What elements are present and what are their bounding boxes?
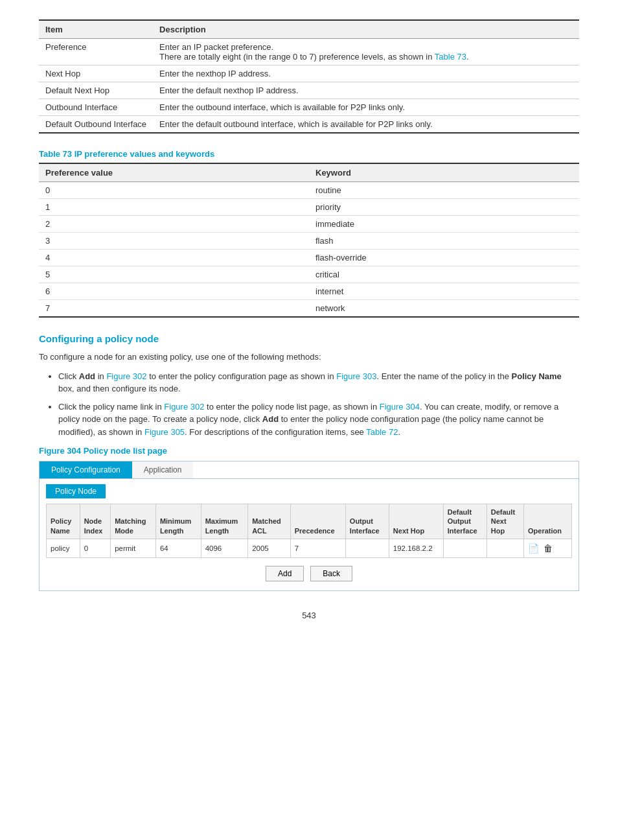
item-default-nexthop: Default Next Hop	[39, 82, 153, 99]
pref-keyword-6: internet	[309, 283, 579, 300]
table-row: 1 priority	[39, 199, 579, 216]
desc-default-nexthop: Enter the default nexthop IP address.	[153, 82, 579, 99]
edit-icon[interactable]: 📄	[528, 542, 540, 554]
table-row: 7 network	[39, 300, 579, 318]
pref-keyword-0: routine	[309, 182, 579, 199]
ui-mockup: Policy Configuration Application Policy …	[39, 461, 579, 591]
pref-keyword-7: network	[309, 300, 579, 318]
cell-max-length: 4096	[201, 539, 248, 557]
figure302-link-2[interactable]: Figure 302	[164, 402, 204, 412]
pref-value-4: 4	[39, 250, 309, 266]
list-item: Click Add in Figure 302 to enter the pol…	[58, 370, 579, 395]
list-item: Click the policy name link in Figure 302…	[58, 401, 579, 439]
pref-value-0: 0	[39, 182, 309, 199]
col-policy-name: PolicyName	[47, 504, 80, 539]
cell-min-length: 64	[155, 539, 201, 557]
page-number: 543	[39, 611, 579, 620]
operation-icons: 📄 🗑	[528, 542, 567, 554]
policy-table: PolicyName NodeIndex MatchingMode Minimu…	[46, 504, 572, 558]
pref-keyword-4: flash-override	[309, 250, 579, 266]
desc-col2-header: Description	[153, 20, 579, 39]
policy-table-container: PolicyName NodeIndex MatchingMode Minimu…	[40, 504, 578, 590]
sub-tab-policy-node[interactable]: Policy Node	[46, 484, 106, 498]
bullet-list: Click Add in Figure 302 to enter the pol…	[58, 370, 579, 439]
desc-default-outbound-interface: Enter the default outbound interface, wh…	[153, 116, 579, 134]
col-matching-mode: MatchingMode	[111, 504, 156, 539]
description-table: Item Description Preference Enter an IP …	[39, 19, 579, 134]
table73-heading: Table 73 IP preference values and keywor…	[39, 149, 579, 159]
cell-node-index: 0	[80, 539, 110, 557]
table73-link[interactable]: Table 73	[435, 52, 466, 62]
cell-matching-mode: permit	[111, 539, 156, 557]
table-row: 2 immediate	[39, 216, 579, 233]
col-node-index: NodeIndex	[80, 504, 110, 539]
cell-output-interface	[345, 539, 389, 557]
pref-keyword-1: priority	[309, 199, 579, 216]
tab-policy-configuration[interactable]: Policy Configuration	[40, 461, 132, 478]
item-outbound-interface: Outbound Interface	[39, 99, 153, 116]
item-default-outbound-interface: Default Outbound Interface	[39, 116, 153, 134]
desc-outbound-interface: Enter the outbound interface, which is a…	[153, 99, 579, 116]
tab-application[interactable]: Application	[132, 461, 194, 478]
col-next-hop: Next Hop	[389, 504, 443, 539]
pref-keyword-3: flash	[309, 233, 579, 250]
add-button[interactable]: Add	[266, 566, 304, 581]
col-precedence: Precedence	[290, 504, 345, 539]
pref-value-3: 3	[39, 233, 309, 250]
col-default-output-interface: DefaultOutputInterface	[443, 504, 486, 539]
table-row: 6 internet	[39, 283, 579, 300]
policy-table-header-row: PolicyName NodeIndex MatchingMode Minimu…	[47, 504, 572, 539]
button-row: Add Back	[46, 566, 572, 581]
sub-tab-bar: Policy Node	[40, 479, 578, 498]
table-row: 3 flash	[39, 233, 579, 250]
pref-value-2: 2	[39, 216, 309, 233]
cell-default-output-interface	[443, 539, 486, 557]
table-row: Preference Enter an IP packet preference…	[39, 39, 579, 65]
tab-bar: Policy Configuration Application	[40, 461, 578, 479]
pref-keyword-2: immediate	[309, 216, 579, 233]
item-nexthop: Next Hop	[39, 65, 153, 82]
desc-nexthop: Enter the nexthop IP address.	[153, 65, 579, 82]
cell-policy-name: policy	[47, 539, 80, 557]
figure304-link[interactable]: Figure 304	[380, 402, 420, 412]
col-default-next-hop: DefaultNextHop	[486, 504, 523, 539]
pref-col1-header: Preference value	[39, 163, 309, 182]
table-row: Outbound Interface Enter the outbound in…	[39, 99, 579, 116]
pref-value-7: 7	[39, 300, 309, 318]
pref-value-5: 5	[39, 266, 309, 283]
cell-operation: 📄 🗑	[523, 539, 571, 557]
pref-keyword-5: critical	[309, 266, 579, 283]
col-matched-acl: MatchedACL	[248, 504, 291, 539]
figure303-link[interactable]: Figure 303	[336, 371, 376, 381]
table-row: 4 flash-override	[39, 250, 579, 266]
section-heading: Configuring a policy node	[39, 333, 579, 344]
preference-table: Preference value Keyword 0 routine 1 pri…	[39, 163, 579, 318]
col-output-interface: OutputInterface	[345, 504, 389, 539]
desc-preference: Enter an IP packet preference. There are…	[153, 39, 579, 65]
cell-next-hop: 192.168.2.2	[389, 539, 443, 557]
table72-link[interactable]: Table 72	[366, 427, 398, 437]
figure302-link-1[interactable]: Figure 302	[106, 371, 146, 381]
pref-value-1: 1	[39, 199, 309, 216]
section-intro: To configure a node for an existing poli…	[39, 351, 579, 364]
policy-table-row: policy 0 permit 64 4096 2005 7 192.168.2…	[47, 539, 572, 557]
back-button[interactable]: Back	[310, 566, 352, 581]
col-min-length: MinimumLength	[155, 504, 201, 539]
table-row: Default Outbound Interface Enter the def…	[39, 116, 579, 134]
item-preference: Preference	[39, 39, 153, 65]
table-row: Default Next Hop Enter the default nexth…	[39, 82, 579, 99]
cell-matched-acl: 2005	[248, 539, 291, 557]
table-row: 0 routine	[39, 182, 579, 199]
pref-col2-header: Keyword	[309, 163, 579, 182]
cell-default-next-hop	[486, 539, 523, 557]
cell-precedence: 7	[290, 539, 345, 557]
pref-value-6: 6	[39, 283, 309, 300]
col-max-length: MaximumLength	[201, 504, 248, 539]
delete-icon[interactable]: 🗑	[542, 542, 554, 554]
table-row: 5 critical	[39, 266, 579, 283]
col-operation: Operation	[523, 504, 571, 539]
figure304-label: Figure 304 Policy node list page	[39, 446, 579, 456]
figure305-link[interactable]: Figure 305	[144, 427, 185, 437]
table-row: Next Hop Enter the nexthop IP address.	[39, 65, 579, 82]
desc-col1-header: Item	[39, 20, 153, 39]
